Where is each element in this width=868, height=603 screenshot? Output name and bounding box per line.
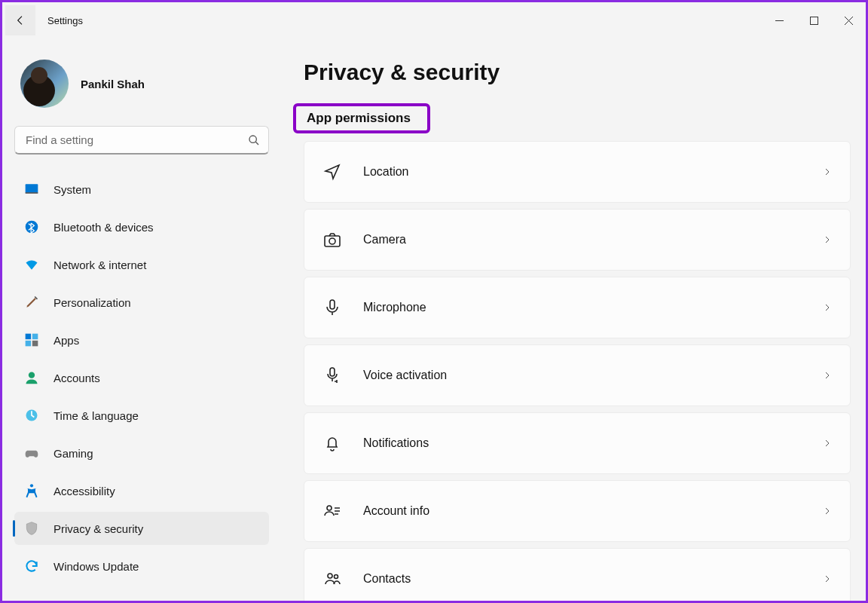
close-icon [845, 17, 853, 25]
system-icon [23, 181, 40, 197]
svg-point-13 [329, 238, 335, 244]
nav-item-gaming[interactable]: Gaming [14, 436, 269, 470]
row-label: Voice activation [363, 369, 802, 382]
row-voice-activation[interactable]: Voice activation [304, 344, 851, 406]
chevron-right-icon [823, 505, 832, 517]
voice-activation-icon [322, 366, 342, 385]
sidebar: Pankil Shah System [2, 38, 281, 601]
nav-label: Gaming [53, 447, 93, 460]
row-account-info[interactable]: Account info [304, 480, 851, 542]
nav-label: System [53, 183, 91, 196]
contacts-icon [322, 569, 342, 589]
accessibility-icon [23, 482, 40, 499]
person-icon [23, 369, 40, 386]
clock-globe-icon [23, 407, 40, 424]
row-notifications[interactable]: Notifications [304, 412, 851, 474]
apps-icon [23, 332, 40, 348]
svg-rect-12 [325, 236, 340, 246]
back-button[interactable] [5, 5, 35, 35]
nav-item-network[interactable]: Network & internet [14, 248, 269, 281]
wifi-icon [23, 256, 40, 273]
search-icon [248, 134, 260, 146]
nav-label: Bluetooth & devices [53, 221, 154, 234]
svg-point-4 [26, 221, 38, 234]
update-icon [23, 558, 40, 574]
svg-point-18 [335, 575, 338, 579]
row-label: Camera [363, 233, 802, 246]
section-header: App permissions [307, 111, 411, 125]
permission-list: Location Camera [304, 141, 851, 601]
row-microphone[interactable]: Microphone [304, 277, 851, 338]
search-input[interactable] [14, 126, 269, 155]
page-title: Privacy & security [304, 60, 851, 85]
nav-item-accounts[interactable]: Accounts [14, 361, 269, 394]
chevron-right-icon [823, 166, 832, 178]
nav-label: Time & language [53, 409, 139, 422]
row-contacts[interactable]: Contacts [304, 548, 851, 601]
nav-item-bluetooth[interactable]: Bluetooth & devices [14, 210, 269, 243]
nav-item-accessibility[interactable]: Accessibility [14, 474, 269, 507]
nav-label: Privacy & security [53, 522, 143, 535]
svg-point-1 [249, 136, 256, 142]
nav-item-apps[interactable]: Apps [14, 323, 269, 357]
search-box [14, 126, 269, 155]
chevron-right-icon [823, 573, 832, 585]
row-camera[interactable]: Camera [304, 209, 851, 271]
nav-item-personalization[interactable]: Personalization [14, 286, 269, 319]
svg-rect-2 [26, 184, 38, 193]
chevron-right-icon [823, 437, 832, 449]
svg-rect-6 [32, 334, 38, 340]
maximize-icon [810, 17, 818, 25]
svg-rect-14 [330, 300, 335, 309]
settings-window: Settings Pankil Shah [0, 0, 868, 603]
row-label: Account info [363, 504, 802, 518]
nav-item-system[interactable]: System [14, 173, 269, 206]
bell-icon [322, 433, 342, 453]
section-header-highlight: App permissions [293, 103, 430, 133]
window-controls [762, 8, 866, 32]
chevron-right-icon [823, 234, 832, 246]
camera-icon [322, 230, 342, 249]
location-icon [322, 162, 342, 182]
app-title: Settings [47, 15, 83, 26]
chevron-right-icon [823, 369, 832, 381]
svg-point-9 [29, 372, 35, 378]
profile-name: Pankil Shah [81, 78, 145, 90]
nav-item-time-language[interactable]: Time & language [14, 399, 269, 432]
nav-label: Personalization [53, 296, 131, 309]
svg-point-17 [328, 574, 332, 578]
nav-label: Accessibility [53, 485, 115, 497]
svg-rect-7 [26, 341, 32, 347]
nav-label: Accounts [53, 372, 100, 384]
svg-point-16 [327, 506, 332, 510]
microphone-icon [322, 298, 342, 317]
nav-item-privacy-security[interactable]: Privacy & security [14, 512, 269, 545]
row-location[interactable]: Location [304, 141, 851, 203]
nav-item-windows-update[interactable]: Windows Update [14, 549, 269, 583]
chevron-right-icon [823, 302, 832, 314]
nav-label: Windows Update [53, 560, 139, 573]
svg-rect-15 [330, 368, 335, 376]
svg-rect-5 [26, 334, 32, 340]
svg-point-11 [30, 484, 33, 487]
svg-rect-0 [810, 17, 818, 24]
minimize-button[interactable] [762, 8, 796, 32]
svg-rect-8 [32, 341, 38, 347]
paintbrush-icon [23, 294, 40, 311]
gamepad-icon [23, 445, 40, 461]
shield-icon [23, 520, 40, 537]
title-bar: Settings [2, 2, 866, 38]
nav-label: Network & internet [53, 259, 146, 271]
bluetooth-icon [23, 219, 40, 235]
row-label: Notifications [363, 436, 802, 450]
row-label: Microphone [363, 301, 802, 314]
profile[interactable]: Pankil Shah [14, 47, 275, 126]
close-button[interactable] [831, 8, 866, 32]
svg-rect-3 [26, 192, 38, 194]
avatar [20, 60, 69, 108]
title-bar-left: Settings [2, 5, 83, 35]
maximize-button[interactable] [796, 8, 831, 32]
nav-label: Apps [53, 334, 79, 347]
minimize-icon [775, 17, 784, 25]
row-label: Location [363, 165, 802, 179]
